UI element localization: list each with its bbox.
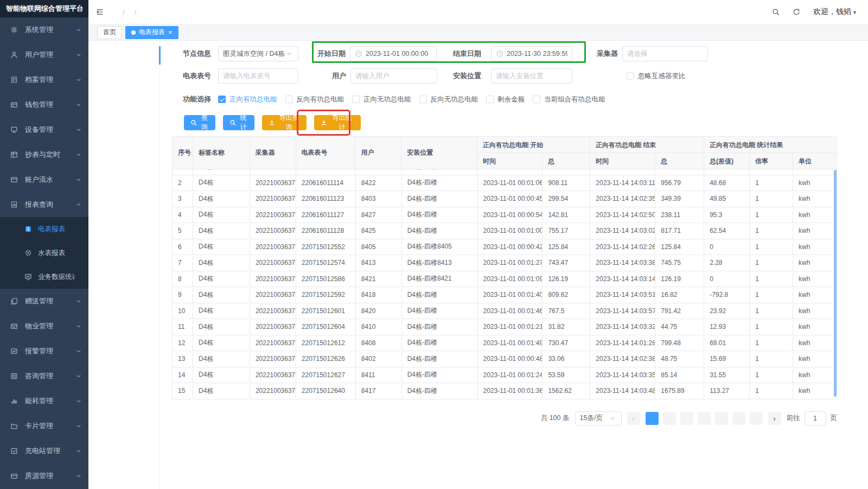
table-row[interactable]: 11 D4栋 20221003637 220715012604 8410 D4栋…	[173, 319, 837, 335]
table-row[interactable]: 7 D4栋 20221003637 220715012574 8413 D4栋-…	[173, 255, 837, 271]
function-checkbox[interactable]: 剩余金额	[486, 95, 525, 104]
chevron-down-icon	[75, 398, 82, 404]
function-checkbox[interactable]: 反向有功总电能	[285, 95, 344, 104]
sidebar-item[interactable]: 水表报表	[0, 241, 88, 265]
query-button[interactable]: 查询	[184, 115, 215, 130]
ignore-ct-checkbox[interactable]: 忽略互感器变比	[627, 72, 686, 81]
header-group-end: 正向有功总电能 结束 时间 总	[590, 137, 704, 169]
refresh-icon[interactable]	[793, 7, 802, 17]
goto-page-input[interactable]	[805, 411, 826, 426]
table-row[interactable]: 12 D4栋 20221003637 220715012612 8408 D4栋…	[173, 335, 837, 352]
filter-row-2: 电表表号 用户 安装位置 忽略互感器变比	[172, 68, 868, 84]
page-number-button[interactable]	[663, 412, 676, 425]
table-row[interactable]: 9 D4栋 20221003637 220715012592 8418 D4栋-…	[173, 287, 837, 303]
total-count: 共 100 条	[541, 414, 570, 423]
property-icon	[10, 322, 18, 331]
goto-label: 前往	[787, 414, 800, 423]
collector-input[interactable]	[627, 50, 703, 58]
stats-button[interactable]: 统计	[223, 115, 254, 130]
install-location-input[interactable]	[491, 68, 572, 84]
page-tab[interactable]: 首页 ×	[97, 26, 122, 39]
sidebar-item[interactable]: 报表查询	[0, 192, 88, 217]
checkbox[interactable]	[533, 96, 540, 103]
page-number-button[interactable]	[750, 412, 763, 425]
end-date-input[interactable]	[491, 46, 572, 61]
checkbox[interactable]	[285, 96, 293, 103]
page-number-button[interactable]	[646, 412, 659, 425]
table-row[interactable]: 1 D4栋 20221003637 220616011107 8420 D4栋-…	[173, 169, 837, 175]
page-number-button[interactable]	[698, 412, 711, 425]
chevron-down-icon	[75, 126, 82, 133]
node-info-value: 图灵城市空间 / D4栋	[223, 49, 286, 59]
checkbox[interactable]	[419, 96, 427, 103]
user-menu[interactable]: 欢迎，钱韬 ▾	[813, 7, 856, 17]
page-number-button[interactable]	[715, 412, 728, 425]
secondary-menu-item[interactable]	[88, 46, 161, 65]
pagination: 共 100 条 15条/页 ‹ › 前往 页	[172, 411, 837, 426]
next-page-button[interactable]: ›	[768, 412, 781, 425]
page-number-button[interactable]	[732, 412, 745, 425]
table-row[interactable]: 14 D4栋 20221003637 220715012627 8411 D4栋…	[173, 367, 837, 384]
table-row[interactable]: 5 D4栋 20221003637 220616011128 8425 D4栋-…	[173, 223, 837, 239]
export-stats-button[interactable]: 导出统计	[314, 115, 361, 130]
checkbox[interactable]	[352, 96, 360, 103]
sidebar-item[interactable]: 抄表与定时	[0, 142, 88, 167]
sidebar-item[interactable]: 卡片管理	[0, 414, 88, 439]
start-date-input[interactable]	[350, 46, 437, 61]
table-row[interactable]: 10 D4栋 20221003637 220715012601 8420 D4栋…	[173, 303, 837, 320]
sidebar-item[interactable]: 用户管理	[0, 42, 88, 67]
sidebar-item[interactable]: 能耗管理	[0, 389, 88, 414]
secondary-menu-item[interactable]	[88, 101, 161, 120]
end-date-value[interactable]	[507, 50, 567, 58]
export-query-button[interactable]: 导出查询	[262, 115, 307, 130]
table-row[interactable]: 15 D4栋 20221003637 220715012640 8417 D4栋…	[173, 383, 837, 399]
start-date-value[interactable]	[366, 50, 432, 58]
page-tab[interactable]: 电表报表 ×	[125, 26, 178, 39]
page-size-select[interactable]: 15条/页	[575, 411, 622, 426]
header-group-result: 正向有功总电能 统计结果 总(差值) 倍率 单位	[704, 137, 837, 169]
close-icon[interactable]: ×	[168, 29, 173, 36]
sidebar-item[interactable]: 账户流水	[0, 167, 88, 192]
user-input[interactable]	[350, 68, 437, 84]
sidebar-item[interactable]: 设备管理	[0, 117, 88, 142]
table-header: 序号 标签名称 采集器 电表表号 用户 安装位置 正向有功总电能 开始 时间 总	[173, 137, 837, 169]
checkbox[interactable]	[627, 72, 634, 80]
sidebar-item[interactable]: 物业管理	[0, 314, 88, 339]
sidebar-item[interactable]: 电表报表	[0, 217, 88, 241]
secondary-menu-item[interactable]	[88, 83, 161, 101]
function-checkbox[interactable]: 正向无功总电能	[352, 95, 411, 104]
prev-page-button[interactable]: ‹	[627, 412, 640, 425]
table-row[interactable]: 4 D4栋 20221003637 220616011127 8427 D4栋-…	[173, 207, 837, 224]
menu-fold-icon[interactable]	[96, 7, 107, 17]
breadcrumb-item[interactable]	[130, 8, 142, 16]
sidebar-item[interactable]: 报警管理	[0, 339, 88, 364]
breadcrumb-item[interactable]	[118, 8, 130, 16]
sidebar-item[interactable]: 咨询管理	[0, 364, 88, 389]
table-row[interactable]: 3 D4栋 20221003637 220616011123 8403 D4栋-…	[173, 191, 837, 207]
meter-no-input[interactable]	[218, 68, 298, 84]
sidebar-item[interactable]: 房源管理	[0, 463, 88, 488]
secondary-menu-item[interactable]	[88, 65, 161, 83]
sidebar-item[interactable]: 赠送管理	[0, 289, 88, 314]
page-number-button[interactable]	[680, 412, 693, 425]
function-checkbox[interactable]: 反向无功总电能	[419, 95, 478, 104]
table-row[interactable]: 6 D4栋 20221003637 220715012552 8405 D4栋-…	[173, 239, 837, 256]
function-checkbox[interactable]: 正向有功总电能	[218, 95, 277, 104]
search-icon[interactable]	[772, 7, 782, 17]
sidebar-item[interactable]: 业务数据统计展示	[0, 265, 88, 289]
table-row[interactable]: 13 D4栋 20221003637 220715012626 8402 D4栋…	[173, 351, 837, 367]
sidebar-item[interactable]: 充电站管理	[0, 439, 88, 463]
table-row[interactable]: 8 D4栋 20221003637 220715012586 8421 D4栋-…	[173, 271, 837, 288]
node-info-select[interactable]: 图灵城市空间 / D4栋	[218, 46, 298, 61]
table-row[interactable]: 2 D4栋 20221003637 220616011114 8422 D4栋-…	[173, 175, 837, 192]
sidebar-item[interactable]: 系统管理	[0, 17, 88, 42]
checkbox[interactable]	[218, 96, 226, 103]
collector-select[interactable]	[622, 46, 708, 61]
table-scrollbar[interactable]	[834, 170, 837, 397]
checkbox[interactable]	[486, 96, 494, 103]
header-group-start: 正向有功总电能 开始 时间 总	[477, 137, 590, 169]
sidebar-item[interactable]: 钱包管理	[0, 92, 88, 117]
function-checkbox[interactable]: 当前组合有功总电能	[533, 95, 605, 104]
sidebar-item[interactable]: 档案管理	[0, 67, 88, 92]
active-dot	[131, 30, 136, 35]
